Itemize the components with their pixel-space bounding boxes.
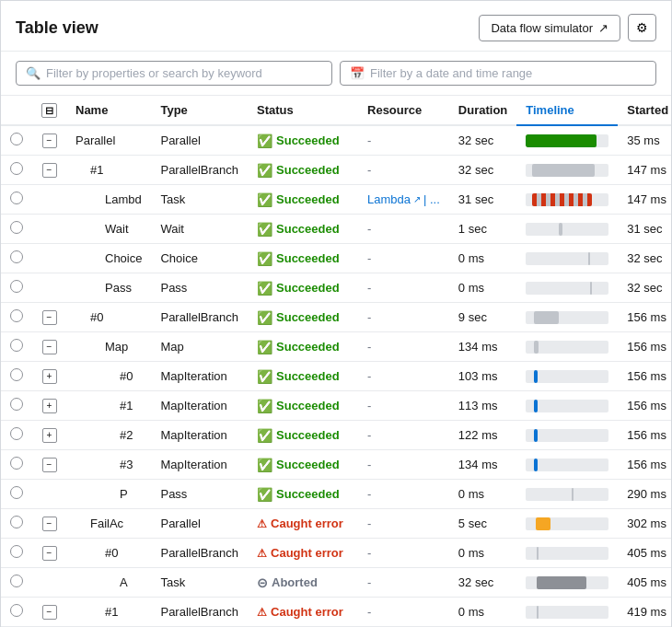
resource-dash: -	[367, 163, 371, 177]
row-radio[interactable]	[10, 516, 23, 528]
row-type-cell: Wait	[151, 215, 248, 244]
expand-icon[interactable]: −	[42, 310, 57, 325]
resource-dash: -	[367, 399, 371, 412]
table-row: − Parallel Parallel ✅Succeeded - 32 sec …	[1, 125, 671, 156]
table-row: Pass Pass ✅Succeeded - 0 ms 32 sec	[1, 273, 671, 303]
row-radio[interactable]	[10, 604, 23, 617]
row-expand-cell: −	[32, 125, 66, 156]
resource-dash: -	[367, 281, 371, 295]
row-radio[interactable]	[10, 250, 23, 263]
row-radio-cell	[1, 568, 32, 598]
row-expand-cell	[32, 480, 66, 509]
date-placeholder: Filter by a date and time range	[370, 66, 532, 80]
row-timeline-cell	[516, 215, 618, 244]
row-started-cell: 156 ms	[618, 303, 671, 332]
row-timeline-cell	[516, 391, 618, 421]
app-container: Table view Data flow simulator ↗ ⚙ 🔍 Fil…	[0, 0, 672, 627]
row-duration-cell: 32 sec	[449, 156, 516, 185]
row-radio[interactable]	[10, 309, 23, 322]
col-header-timeline[interactable]: Timeline	[516, 96, 618, 125]
resource-link[interactable]: Lambda ↗ | ...	[367, 192, 440, 206]
row-radio[interactable]	[10, 398, 23, 411]
col-header-duration[interactable]: Duration	[449, 96, 516, 125]
expand-icon[interactable]: −	[42, 458, 57, 472]
row-radio[interactable]	[10, 280, 23, 293]
row-status-cell: ⚠Caught error	[248, 598, 358, 627]
row-expand-cell: +	[32, 391, 66, 421]
row-started-cell: 419 ms	[618, 598, 671, 627]
row-radio[interactable]	[10, 457, 23, 470]
table-row: P Pass ✅Succeeded - 0 ms 290 ms	[1, 480, 671, 509]
header-expand-icon: ⊟	[41, 103, 57, 118]
header-actions: Data flow simulator ↗ ⚙	[479, 14, 656, 41]
row-name-cell: #0	[66, 539, 151, 568]
row-name-cell: FailAc	[66, 509, 151, 539]
expand-icon[interactable]: −	[42, 134, 57, 148]
row-status-cell: ✅Succeeded	[248, 303, 358, 332]
expand-icon[interactable]: +	[42, 369, 57, 384]
row-radio[interactable]	[10, 368, 23, 381]
expand-icon[interactable]: −	[42, 340, 57, 354]
settings-button[interactable]: ⚙	[628, 14, 656, 41]
table-row: Lambd Task ✅Succeeded Lambda ↗ | ... 31 …	[1, 185, 671, 215]
row-name-cell: #1	[66, 156, 151, 185]
expand-icon[interactable]: −	[42, 605, 57, 620]
table-header-row: ⊟ Name Type Status Resource Duration Tim…	[1, 96, 671, 125]
row-radio[interactable]	[10, 339, 23, 352]
col-header-type[interactable]: Type	[151, 96, 248, 125]
row-radio[interactable]	[10, 545, 23, 558]
row-name-cell: #2	[66, 421, 151, 450]
row-timeline-cell	[516, 539, 618, 568]
row-radio-cell	[1, 480, 32, 509]
date-filter[interactable]: 📅 Filter by a date and time range	[340, 61, 656, 86]
row-type-cell: MapIteration	[151, 391, 248, 421]
row-radio[interactable]	[10, 221, 23, 234]
row-type-cell: MapIteration	[151, 362, 248, 391]
row-radio[interactable]	[10, 486, 23, 499]
simulator-button[interactable]: Data flow simulator ↗	[479, 15, 620, 41]
row-type-cell: Pass	[151, 480, 248, 509]
row-radio-cell	[1, 215, 32, 244]
calendar-icon: 📅	[350, 66, 365, 80]
row-status-cell: ✅Succeeded	[248, 450, 358, 480]
col-header-checkbox	[1, 96, 32, 125]
row-type-cell: ParallelBranch	[151, 539, 248, 568]
expand-icon[interactable]: −	[42, 546, 57, 561]
row-type-cell: ParallelBranch	[151, 303, 248, 332]
row-timeline-cell	[516, 332, 618, 362]
row-radio[interactable]	[10, 427, 23, 440]
row-radio[interactable]	[10, 192, 23, 204]
row-radio[interactable]	[10, 133, 23, 145]
row-resource-cell: -	[358, 332, 449, 362]
row-duration-cell: 31 sec	[449, 185, 516, 215]
expand-icon[interactable]: −	[42, 517, 57, 531]
row-started-cell: 35 ms	[618, 125, 671, 156]
row-radio-cell	[1, 421, 32, 450]
row-status-cell: ⊝Aborted	[248, 568, 358, 598]
row-name-cell: Map	[66, 332, 151, 362]
row-name-cell: #1	[66, 598, 151, 627]
row-status-cell: ✅Succeeded	[248, 215, 358, 244]
row-resource-cell: -	[358, 362, 449, 391]
row-status-cell: ✅Succeeded	[248, 391, 358, 421]
col-header-expand: ⊟	[32, 96, 66, 125]
table-row: − #1 ParallelBranch ✅Succeeded - 32 sec …	[1, 156, 671, 185]
expand-icon[interactable]: +	[42, 428, 57, 443]
row-radio[interactable]	[10, 162, 23, 175]
row-timeline-cell	[516, 185, 618, 215]
col-header-resource[interactable]: Resource	[358, 96, 449, 125]
resource-dash: -	[367, 310, 371, 324]
row-radio[interactable]	[10, 575, 23, 587]
keyword-filter[interactable]: 🔍 Filter by properties or search by keyw…	[16, 61, 332, 86]
col-header-name[interactable]: Name	[66, 96, 151, 125]
gear-icon: ⚙	[636, 20, 648, 35]
row-started-cell: 147 ms	[618, 156, 671, 185]
row-resource-cell: -	[358, 539, 449, 568]
row-resource-cell: -	[358, 598, 449, 627]
expand-icon[interactable]: −	[42, 163, 57, 178]
expand-icon[interactable]: +	[42, 399, 57, 413]
col-header-status[interactable]: Status	[248, 96, 358, 125]
row-duration-cell: 0 ms	[449, 598, 516, 627]
col-header-started[interactable]: Started after	[618, 96, 671, 125]
row-duration-cell: 1 sec	[449, 215, 516, 244]
